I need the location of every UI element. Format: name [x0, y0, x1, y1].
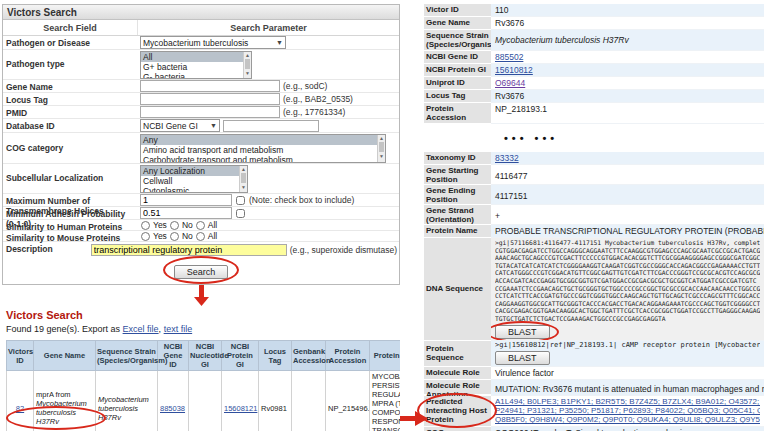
results-heading: Victors Search — [2, 307, 400, 324]
strain-cell: Mycobacterium tuberculosis H37Rv — [96, 371, 158, 431]
gene-id-link[interactable]: 885038 — [160, 404, 185, 413]
row-database-id: Database ID NCBI Gene GI ▼ — [3, 119, 399, 133]
sim-mouse-no-radio[interactable] — [170, 232, 179, 241]
subcellular-option[interactable]: Cytoplasmic — [141, 186, 247, 193]
col-victors-id: Victors ID — [7, 341, 34, 371]
gene-start-label: Gene Starting Position — [424, 165, 491, 185]
chevron-down-icon: ▼ — [276, 39, 283, 46]
database-id-select[interactable]: NCBI Gene GI ▼ — [140, 119, 220, 132]
molecule-role-value: Virulence factor — [491, 367, 764, 380]
host-protein-links[interactable]: A1L494; B0LPE3; B1PKY1; B2R5T5; B7Z4Z5; … — [495, 397, 760, 406]
protein-accession-cell: NP_215496.1 — [326, 371, 370, 431]
sequence-strain-value: Mycobacterium tuberculosis H37Rv — [491, 30, 764, 51]
description-input[interactable] — [91, 244, 287, 256]
ncbi-protein-gi-label: NCBI Protein GI — [424, 64, 491, 77]
helices-input[interactable] — [140, 194, 232, 206]
separator: , — [159, 324, 162, 334]
dna-blast-button[interactable]: BLAST — [495, 325, 550, 339]
pmid-input[interactable] — [140, 106, 280, 118]
subcellular-option[interactable]: Any Localization — [141, 166, 247, 176]
scrollbar[interactable]: ▲▼ — [239, 166, 247, 192]
cog-option[interactable]: Carbohydrate transport and metabolism — [141, 155, 385, 163]
helices-note: (Note: check box to include) — [249, 195, 354, 205]
cog-option[interactable]: Amino acid transport and metabolism — [141, 145, 385, 155]
col-gene-name: Gene Name — [34, 341, 96, 371]
protein-sequence-row: Protein Sequence >gi|15610812|ref|NP_218… — [424, 341, 764, 368]
search-button[interactable]: Search — [174, 265, 229, 279]
pathogen-type-option[interactable]: G+ bacteria — [141, 62, 251, 72]
protein-accession-value: NP_218193.1 — [491, 103, 764, 124]
sim-human-no-radio[interactable] — [170, 221, 179, 230]
row-pathogen-disease: Pathogen or Disease Mycobacterium tuberc… — [3, 36, 399, 50]
row-sim-mouse: Similarity to Mouse Proteins Yes No All — [3, 231, 399, 242]
locus-tag-input[interactable] — [140, 93, 280, 105]
description-label: Description — [3, 242, 89, 257]
text-file-link[interactable]: text file — [164, 324, 193, 334]
pmid-hint: (e.g., 17761334) — [283, 107, 345, 117]
locus-tag-cell: Rv0981 — [259, 371, 292, 431]
helices-label: Maximum Number of Transmembrane Helices — [3, 194, 138, 206]
dna-sequence-row: DNA Sequence >gi|57116681:4116477-411715… — [424, 238, 764, 341]
row-locus-tag: Locus Tag (e.g., BAB2_0535) — [3, 93, 399, 106]
protein-blast-button[interactable]: BLAST — [495, 351, 550, 365]
pathogen-disease-select[interactable]: Mycobacterium tuberculosis ▼ — [140, 36, 286, 49]
host-protein-row: Predicted Interacting Host Protein A1L49… — [424, 396, 764, 427]
sim-mouse-all-radio[interactable] — [196, 232, 205, 241]
scrollbar[interactable]: ▲▼ — [377, 135, 385, 162]
col-ncbi-nucleotide-gi: NCBI Nucleotide GI — [189, 341, 222, 371]
col-genbank-accession: Genbank Accession — [292, 341, 326, 371]
sim-mouse-yes-radio[interactable] — [141, 232, 150, 241]
gene-name-label: Gene Name — [3, 80, 138, 92]
protein-sequence-text: >gi|15610812|ref|NP_218193.1| cAMP recep… — [495, 342, 760, 350]
ncbi-gene-id-label: NCBI Gene ID — [424, 51, 491, 64]
search-section: Victors Search Search Field Search Param… — [2, 4, 400, 431]
nucleotide-gi-cell — [189, 371, 222, 431]
pathogen-type-option[interactable]: All — [141, 52, 251, 62]
protein-name-cell: MYCOBACTERIAL PERSISTENCE REGULATOR MPRA… — [370, 371, 401, 431]
protein-accession-label: Protein Accession — [424, 103, 491, 124]
adhesin-input[interactable] — [140, 207, 232, 219]
cog-label: COG — [424, 427, 491, 431]
cog-category-label: COG category — [3, 133, 138, 163]
chevron-down-icon: ▼ — [210, 122, 217, 129]
host-protein-links[interactable]: Q8B5F0; Q9H8W4; Q9P0M2; Q9P0T0; Q9UKA4; … — [495, 415, 760, 424]
database-id-input[interactable] — [223, 120, 319, 132]
gene-name-hint: (e.g., sodC) — [283, 81, 327, 91]
sim-human-yes-radio[interactable] — [141, 221, 150, 230]
helices-checkbox[interactable] — [236, 196, 245, 205]
scrollbar[interactable]: ▲▼ — [243, 52, 251, 78]
protein-name-label: Protein Name — [424, 225, 491, 238]
results-summary: Found 19 gene(s). Export as Excel file, … — [2, 324, 400, 340]
adhesin-label: Minimum Adhesin Probability (0-1.0) — [3, 207, 138, 219]
row-pathogen-type: Pathogen type All G+ bacteria G- bacteri… — [3, 50, 399, 80]
victors-search-form: Victors Search Search Field Search Param… — [2, 4, 400, 285]
locus-tag-hint: (e.g., BAB2_0535) — [283, 94, 353, 104]
uniprot-id-link[interactable]: O69644 — [495, 78, 525, 88]
cog-category-listbox[interactable]: Any Amino acid transport and metabolism … — [140, 134, 386, 163]
sim-human-all-label: All — [208, 220, 217, 230]
victors-id-link[interactable]: 82 — [16, 404, 24, 413]
cog-option[interactable]: Any — [141, 135, 385, 145]
subcellular-option[interactable]: Cellwall — [141, 176, 247, 186]
taxonomy-id-link[interactable]: 83332 — [495, 153, 519, 163]
adhesin-checkbox[interactable] — [236, 209, 245, 218]
pathogen-type-listbox[interactable]: All G+ bacteria G- bacteria Virus ▲▼ — [140, 51, 252, 79]
annotation-zone — [2, 285, 400, 307]
gene-end-label: Gene Ending Position — [424, 185, 491, 205]
ncbi-gene-id-link[interactable]: 885502 — [495, 52, 523, 62]
col-protein-name: Protein Name — [370, 341, 401, 371]
gene-name-input[interactable] — [140, 80, 280, 92]
excel-file-link[interactable]: Excel file — [123, 324, 159, 334]
sim-mouse-yes-label: Yes — [153, 231, 167, 241]
subcellular-listbox[interactable]: Any Localization Cellwall Cytoplasmic Cy… — [140, 165, 248, 193]
sim-mouse-all-label: All — [208, 231, 217, 241]
host-protein-links[interactable]: P24941; P31321; P35250; P51817; P62893; … — [495, 406, 760, 415]
pathogen-type-option[interactable]: G- bacteria — [141, 72, 251, 79]
results-found-text: Found 19 gene(s). Export as — [6, 324, 120, 334]
ncbi-protein-gi-link[interactable]: 15610812 — [495, 65, 533, 75]
protein-name-value: PROBABLE TRANSCRIPTIONAL REGULATORY PROT… — [491, 225, 764, 238]
protein-gi-link[interactable]: 15608121 — [224, 404, 257, 413]
results-header-row: Victors ID Gene Name Sequence Strain (Sp… — [7, 341, 401, 371]
sim-human-all-radio[interactable] — [196, 221, 205, 230]
row-sim-human: Similarity to Human Proteins Yes No All — [3, 220, 399, 231]
